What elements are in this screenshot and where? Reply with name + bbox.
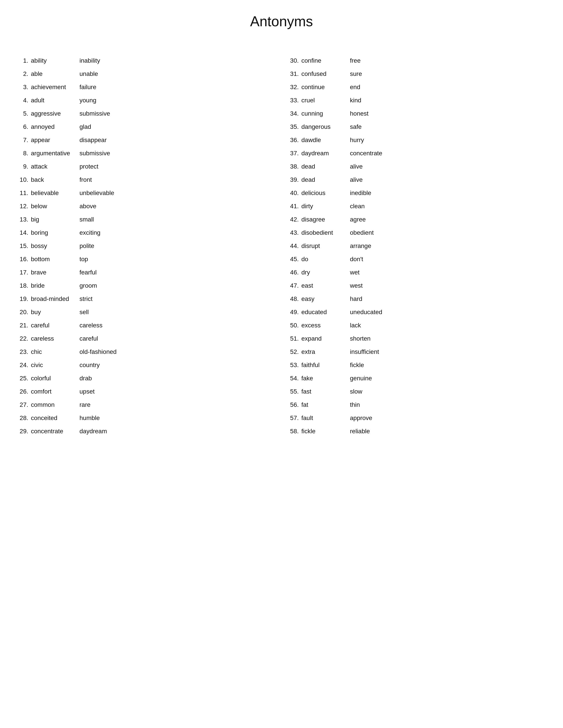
entry-number: 27.	[18, 400, 31, 409]
list-item: 50.excesslack	[288, 321, 545, 330]
columns-wrapper: 1.abilityinability2.ableunable3.achievem…	[18, 56, 545, 440]
entry-antonym: polite	[79, 241, 94, 251]
entry-antonym: humble	[79, 413, 100, 423]
entry-number: 49.	[288, 308, 302, 317]
list-item: 19.broad-mindedstrict	[18, 294, 275, 304]
entry-antonym: protect	[79, 162, 98, 171]
entry-antonym: alive	[350, 175, 363, 184]
entry-number: 23.	[18, 347, 31, 356]
entry-number: 25.	[18, 374, 31, 383]
entry-number: 32.	[288, 83, 302, 92]
list-item: 33.cruelkind	[288, 96, 545, 105]
entry-word: annoyed	[31, 122, 79, 131]
entry-word: continue	[302, 83, 350, 92]
list-item: 57.faultapprove	[288, 413, 545, 423]
entry-number: 16.	[18, 255, 31, 264]
entry-antonym: slow	[350, 387, 362, 396]
entry-antonym: groom	[79, 281, 97, 290]
entry-word: attack	[31, 162, 79, 171]
list-item: 45.dodon't	[288, 255, 545, 264]
entry-number: 12.	[18, 202, 31, 211]
entry-number: 46.	[288, 268, 302, 277]
entry-number: 22.	[18, 334, 31, 343]
entry-word: argumentative	[31, 149, 79, 158]
entry-antonym: daydream	[79, 427, 107, 436]
entry-word: ability	[31, 56, 79, 65]
entry-antonym: exciting	[79, 228, 100, 237]
list-item: 22.carelesscareful	[18, 334, 275, 343]
entry-antonym: honest	[350, 109, 369, 118]
entry-antonym: upset	[79, 387, 95, 396]
entry-number: 51.	[288, 334, 302, 343]
entry-antonym: fearful	[79, 268, 97, 277]
entry-antonym: inedible	[350, 188, 371, 198]
entry-word: buy	[31, 308, 79, 317]
entry-antonym: submissive	[79, 109, 110, 118]
entry-number: 35.	[288, 122, 302, 131]
list-item: 47.eastwest	[288, 281, 545, 290]
entry-number: 38.	[288, 162, 302, 171]
entry-antonym: free	[350, 56, 361, 65]
entry-number: 41.	[288, 202, 302, 211]
entry-number: 3.	[18, 83, 31, 92]
entry-number: 17.	[18, 268, 31, 277]
entry-word: do	[302, 255, 350, 264]
entry-antonym: sell	[79, 308, 89, 317]
list-item: 2.ableunable	[18, 69, 275, 79]
entry-antonym: failure	[79, 83, 96, 92]
entry-number: 4.	[18, 96, 31, 105]
entry-antonym: reliable	[350, 427, 370, 436]
entry-word: educated	[302, 308, 350, 317]
list-item: 12.belowabove	[18, 202, 275, 211]
list-item: 8.argumentativesubmissive	[18, 149, 275, 158]
entry-number: 45.	[288, 255, 302, 264]
entry-number: 1.	[18, 56, 31, 65]
entry-word: confused	[302, 69, 350, 79]
entry-number: 18.	[18, 281, 31, 290]
entry-word: careful	[31, 321, 79, 330]
entry-word: achievement	[31, 83, 79, 92]
entry-antonym: rare	[79, 400, 90, 409]
entry-word: believable	[31, 188, 79, 198]
list-item: 11.believableunbelievable	[18, 188, 275, 198]
list-item: 30.confinefree	[288, 56, 545, 65]
entry-antonym: obedient	[350, 228, 374, 237]
entry-word: east	[302, 281, 350, 290]
list-item: 43.disobedientobedient	[288, 228, 545, 237]
list-item: 58.ficklereliable	[288, 427, 545, 436]
entry-antonym: careless	[79, 321, 102, 330]
list-item: 28.conceitedhumble	[18, 413, 275, 423]
list-item: 51.expandshorten	[288, 334, 545, 343]
entry-antonym: hurry	[350, 135, 364, 145]
entry-antonym: drab	[79, 374, 92, 383]
entry-number: 26.	[18, 387, 31, 396]
entry-word: concentrate	[31, 427, 79, 436]
entry-antonym: don't	[350, 255, 363, 264]
entry-word: fast	[302, 387, 350, 396]
list-item: 29.concentratedaydream	[18, 427, 275, 436]
entry-number: 8.	[18, 149, 31, 158]
entry-word: conceited	[31, 413, 79, 423]
entry-word: colorful	[31, 374, 79, 383]
list-item: 44.disruptarrange	[288, 241, 545, 251]
entry-number: 21.	[18, 321, 31, 330]
list-item: 18.bridegroom	[18, 281, 275, 290]
list-item: 20.buysell	[18, 308, 275, 317]
entry-antonym: careful	[79, 334, 98, 343]
entry-antonym: alive	[350, 162, 363, 171]
entry-word: disagree	[302, 215, 350, 224]
entry-number: 55.	[288, 387, 302, 396]
list-item: 10.backfront	[18, 175, 275, 184]
entry-antonym: young	[79, 96, 96, 105]
entry-word: bossy	[31, 241, 79, 251]
list-item: 13.bigsmall	[18, 215, 275, 224]
entry-antonym: top	[79, 255, 88, 264]
list-item: 35.dangeroussafe	[288, 122, 545, 131]
list-item: 15.bossypolite	[18, 241, 275, 251]
entry-word: dirty	[302, 202, 350, 211]
entry-antonym: sure	[350, 69, 362, 79]
entry-word: dry	[302, 268, 350, 277]
list-item: 34.cunninghonest	[288, 109, 545, 118]
list-item: 3.achievementfailure	[18, 83, 275, 92]
entry-number: 42.	[288, 215, 302, 224]
